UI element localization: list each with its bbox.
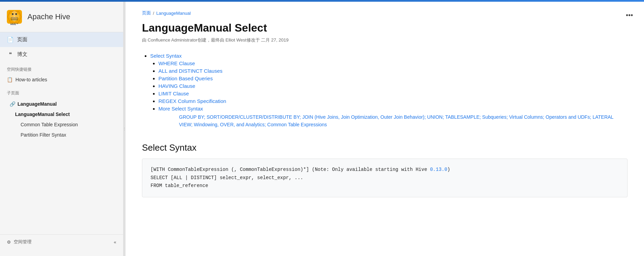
toc: Select Syntax WHERE Clause ALL and DISTI…: [142, 53, 628, 129]
sidebar: HIVE™ Apache Hive 📄 页面 ❝ 博文 空间快捷链接 📋 How…: [0, 2, 123, 256]
sidebar-nav-blog-label: 博文: [17, 51, 27, 58]
breadcrumb: 页面 / LanguageManual: [142, 10, 628, 16]
hive-logo-icon: HIVE™: [5, 8, 23, 26]
sidebar-nav-blog[interactable]: ❝ 博文: [0, 47, 123, 62]
svg-text:HIVE™: HIVE™: [10, 23, 18, 25]
blog-icon: ❝: [7, 51, 14, 58]
breadcrumb-home[interactable]: 页面: [142, 10, 151, 16]
code-line-1: [WITH CommonTableExpression (, CommonTab…: [151, 166, 619, 174]
pages-icon: 📄: [7, 36, 14, 43]
svg-rect-9: [11, 19, 18, 20]
toc-where-clause[interactable]: WHERE Clause: [158, 60, 195, 66]
main-content: ••• 页面 / LanguageManual LanguageManual S…: [126, 2, 644, 256]
toc-more-select-syntax[interactable]: More Select Syntax: [158, 106, 203, 112]
settings-icon: ⚙: [7, 240, 11, 245]
toc-select-syntax[interactable]: Select Syntax: [150, 53, 182, 59]
howto-icon: 📋: [7, 77, 13, 82]
toc-regex-column[interactable]: REGEX Column Specification: [158, 98, 226, 104]
toc-limit-clause[interactable]: LIMIT Clause: [158, 91, 189, 96]
page-meta: 由 Confluence Administrator创建，最终由 Elliot …: [142, 37, 628, 43]
page-title: LanguageManual Select: [142, 22, 628, 34]
section-select-syntax-title: Select Syntax: [142, 140, 628, 153]
breadcrumb-separator: /: [153, 11, 154, 16]
sidebar-nav-pages-label: 页面: [17, 36, 27, 43]
sidebar-howto-articles[interactable]: 📋 How-to articles: [0, 74, 123, 85]
more-select-links: GROUP BY; SORT/ORDER/CLUSTER/DISTRIBUTE …: [158, 113, 628, 129]
code-block-select-syntax: [WITH CommonTableExpression (, CommonTab…: [142, 159, 628, 197]
sidebar-bottom[interactable]: ⚙ 空间管理 «: [0, 234, 123, 249]
more-options-button[interactable]: •••: [623, 10, 636, 21]
code-line-2: SELECT [ALL | DISTINCT] select_expr, sel…: [151, 174, 619, 182]
sidebar-nav-pages[interactable]: 📄 页面: [0, 32, 123, 47]
toc-all-distinct[interactable]: ALL and DISTINCT Clauses: [158, 68, 223, 74]
tree-item-language-manual[interactable]: 🔗 LanguageManual: [0, 99, 123, 109]
main-layout: HIVE™ Apache Hive 📄 页面 ❝ 博文 空间快捷链接 📋 How…: [0, 2, 644, 256]
breadcrumb-current[interactable]: LanguageManual: [156, 11, 191, 16]
sidebar-logo[interactable]: HIVE™ Apache Hive: [0, 2, 123, 32]
toc-partition-based[interactable]: Partition Based Queries: [158, 75, 213, 81]
tree-item-common-table-expression[interactable]: Common Table Expression: [0, 119, 123, 130]
hive-version: 0.13.0: [430, 167, 447, 172]
code-line-3: FROM table_reference: [151, 182, 619, 190]
tree-item-language-manual-select[interactable]: LanguageManual Select: [0, 109, 123, 119]
tree-item-partition-filter-syntax[interactable]: Partition Filter Syntax: [0, 130, 123, 140]
children-pages-label: 子页面: [0, 85, 123, 97]
sidebar-tree: 🔗 LanguageManual LanguageManual Select C…: [0, 97, 123, 141]
howto-label: How-to articles: [15, 77, 47, 82]
sidebar-logo-text: Apache Hive: [27, 12, 70, 21]
svg-point-7: [15, 13, 17, 15]
svg-rect-8: [11, 18, 18, 19]
svg-point-6: [12, 13, 14, 15]
tree-link-icon: 🔗: [10, 101, 15, 107]
collapse-icon[interactable]: «: [114, 240, 116, 245]
sidebar-bottom-label: 空间管理: [14, 239, 32, 245]
toc-having-clause[interactable]: HAVING Clause: [158, 83, 195, 89]
quick-links-label: 空间快捷链接: [0, 62, 123, 74]
